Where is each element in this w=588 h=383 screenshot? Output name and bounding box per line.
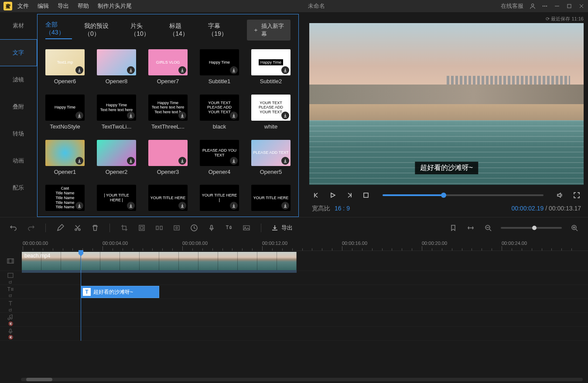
menu-help[interactable]: 帮助 — [78, 2, 89, 10]
text-clip[interactable]: T 超好看的沙滩呀~ — [81, 286, 159, 298]
aspect-value[interactable]: 16 : 9 — [335, 205, 350, 212]
sidebar-item-animation[interactable]: 动画 — [0, 147, 37, 174]
download-icon[interactable] — [178, 157, 186, 165]
asset-item[interactable]: GIRLS VLOGOpener7 — [147, 49, 189, 87]
download-icon[interactable] — [127, 66, 135, 74]
download-icon[interactable] — [281, 202, 289, 210]
menu-export[interactable]: 导出 — [58, 2, 69, 10]
image-icon[interactable] — [242, 223, 251, 233]
subtitle-track[interactable]: T≡ T 超好看的沙滩呀~ — [0, 285, 588, 299]
asset-item[interactable]: YOUR TITLE HERE — [147, 185, 189, 213]
prev-frame-button[interactable] — [312, 191, 321, 200]
asset-item[interactable]: Opener3 — [147, 140, 189, 177]
asset-item[interactable]: Happy Time Text here text hereTextTwoLi.… — [95, 95, 138, 132]
download-icon[interactable] — [178, 66, 186, 74]
sidebar-item-text[interactable]: 文字 — [0, 39, 37, 66]
menu-file[interactable]: 文件 — [17, 2, 29, 10]
close-icon[interactable] — [578, 3, 585, 9]
asset-item[interactable]: Cast Title Name Title Name Title Name Ti… — [44, 185, 86, 213]
playhead[interactable] — [81, 251, 81, 341]
asset-item[interactable]: Text1.mpOpener6 — [44, 49, 86, 87]
freeze-icon[interactable] — [172, 223, 181, 233]
asset-item[interactable]: PLEASE ADD TEXTOpener5 — [250, 140, 292, 177]
delete-icon[interactable] — [90, 223, 100, 233]
pip-track[interactable] — [0, 271, 588, 285]
online-service-link[interactable]: 在线客服 — [501, 2, 523, 10]
asset-item[interactable]: YOUR TEXT PLEASE ADD YOUR TEXTblack — [198, 95, 241, 132]
zoom-in-icon[interactable] — [570, 223, 579, 233]
mosaic-icon[interactable] — [137, 223, 147, 233]
download-icon[interactable] — [75, 66, 83, 74]
asset-item[interactable]: YOUR TITLE HERE | — [198, 185, 241, 213]
audio-track[interactable]: 🔇 — [0, 313, 588, 327]
voice-icon[interactable] — [207, 223, 216, 233]
redo-button[interactable] — [26, 223, 36, 233]
asset-item[interactable]: Happy TimeSubtitle1 — [198, 49, 241, 87]
menu-edit[interactable]: 编辑 — [38, 2, 49, 10]
crop-icon[interactable] — [120, 223, 129, 233]
volume-icon[interactable] — [556, 191, 564, 200]
download-icon[interactable] — [281, 157, 289, 165]
asset-item[interactable]: Happy TimeTextNoStyle — [44, 95, 86, 132]
download-icon[interactable] — [230, 112, 238, 119]
fullscreen-icon[interactable] — [572, 191, 581, 200]
timeline-ruler[interactable]: 00:00:00.0000:00:04.0000:00:08.0000:00:1… — [21, 238, 588, 251]
next-frame-button[interactable] — [345, 191, 354, 200]
asset-item[interactable]: Opener2 — [95, 140, 138, 177]
speed-icon[interactable] — [189, 223, 199, 233]
play-button[interactable] — [328, 191, 337, 200]
asset-item[interactable]: Opener8 — [95, 49, 138, 87]
stop-button[interactable] — [362, 191, 370, 200]
cut-icon[interactable] — [73, 223, 82, 233]
download-icon[interactable] — [127, 157, 135, 165]
download-icon[interactable] — [281, 112, 289, 119]
maximize-icon[interactable] — [566, 3, 572, 9]
download-icon[interactable] — [281, 66, 289, 74]
asset-item[interactable]: PLEASE ADD YOU TEXTOpener4 — [198, 140, 241, 177]
sidebar-item-transition[interactable]: 转场 — [0, 120, 37, 147]
text-voice-icon[interactable] — [224, 223, 234, 233]
preview-viewport[interactable]: 超好看的沙滩呀~ — [309, 23, 584, 185]
tab-presets[interactable]: 我的预设（0） — [84, 22, 118, 38]
download-icon[interactable] — [75, 112, 83, 119]
undo-button[interactable] — [9, 223, 18, 233]
zoom-slider[interactable] — [501, 227, 562, 229]
split-icon[interactable] — [154, 223, 164, 233]
text-track[interactable]: T — [0, 299, 588, 313]
record-track[interactable]: 🔇 — [0, 327, 588, 341]
tab-all[interactable]: 全部（43） — [45, 21, 72, 39]
tab-title[interactable]: 标题（14） — [169, 22, 196, 38]
sidebar-item-music[interactable]: 配乐 — [0, 174, 37, 201]
download-icon[interactable] — [127, 202, 135, 210]
insert-subtitle-button[interactable]: ＋ 插入新字幕 — [247, 20, 291, 41]
video-track[interactable]: beach.mp4 — [0, 251, 588, 271]
asset-item[interactable]: Happy TimeSubtitle2 — [250, 49, 292, 87]
fit-icon[interactable] — [466, 223, 475, 233]
user-icon[interactable] — [530, 3, 536, 9]
download-icon[interactable] — [75, 202, 83, 210]
download-icon[interactable] — [75, 157, 83, 165]
download-icon[interactable] — [230, 66, 238, 74]
tab-opener[interactable]: 片头（10） — [130, 22, 157, 38]
minimize-icon[interactable] — [554, 3, 560, 9]
edit-icon[interactable] — [55, 223, 65, 233]
video-clip[interactable]: beach.mp4 — [22, 252, 297, 270]
marker-icon[interactable] — [448, 223, 458, 233]
sidebar-item-media[interactable]: 素材 — [0, 12, 37, 39]
download-icon[interactable] — [230, 202, 238, 210]
export-button[interactable]: 导出 — [271, 224, 293, 232]
asset-item[interactable]: YOUR TITLE HERE — [250, 185, 292, 213]
tab-subtitle[interactable]: 字幕（19） — [208, 22, 235, 38]
asset-item[interactable]: Happy Time Text here text here Text here… — [147, 95, 189, 132]
menu-titles[interactable]: 制作片头片尾 — [98, 2, 132, 10]
horizontal-scrollbar[interactable] — [21, 378, 583, 381]
download-icon[interactable] — [178, 112, 186, 119]
download-icon[interactable] — [178, 202, 186, 210]
asset-item[interactable]: Opener1 — [44, 140, 86, 177]
sidebar-item-overlay[interactable]: 叠附 — [0, 93, 37, 120]
more-icon[interactable] — [542, 3, 548, 9]
download-icon[interactable] — [127, 112, 135, 119]
asset-item[interactable]: | YOUR TITLE HERE | — [95, 185, 138, 213]
download-icon[interactable] — [230, 157, 238, 165]
asset-item[interactable]: YOUR TEXT PLEASE ADD YOUR TEXTwhite — [250, 95, 292, 132]
